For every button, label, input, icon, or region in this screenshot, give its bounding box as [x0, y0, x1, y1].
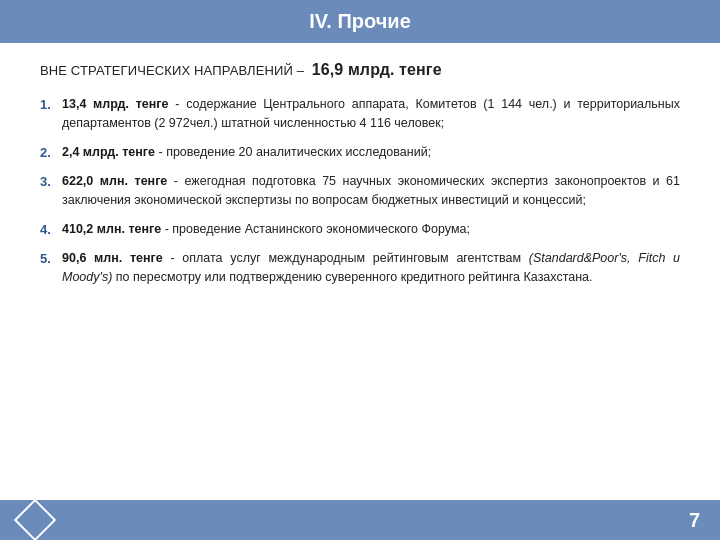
- item-bold-1: 13,4 млрд. тенге: [62, 97, 169, 111]
- item-number-3: 3.: [40, 172, 62, 210]
- list-item: 4. 410,2 млн. тенге - проведение Астанин…: [40, 220, 680, 240]
- diamond-icon: [14, 499, 56, 540]
- item-text-4: - проведение Астанинского экономического…: [165, 222, 470, 236]
- page-header: IV. Прочие: [0, 0, 720, 43]
- item-bold-5: 90,6 млн. тенге: [62, 251, 163, 265]
- item-text-5-cont: по пересмотру или подтверждению суверенн…: [116, 270, 593, 284]
- page-number: 7: [689, 509, 700, 532]
- item-bold-2: 2,4 млрд. тенге: [62, 145, 155, 159]
- item-text-5: - оплата услуг международным рейтинговым…: [170, 251, 528, 265]
- items-list: 1. 13,4 млрд. тенге - содержание Централ…: [40, 95, 680, 287]
- item-content-3: 622,0 млн. тенге - ежегодная подготовка …: [62, 172, 680, 210]
- item-content-2: 2,4 млрд. тенге - проведение 20 аналитич…: [62, 143, 680, 163]
- list-item: 1. 13,4 млрд. тенге - содержание Централ…: [40, 95, 680, 133]
- item-content-5: 90,6 млн. тенге - оплата услуг междунаро…: [62, 249, 680, 287]
- list-item: 2. 2,4 млрд. тенге - проведение 20 анали…: [40, 143, 680, 163]
- subtitle-prefix: ВНЕ СТРАТЕГИЧЕСКИХ НАПРАВЛЕНИЙ –: [40, 63, 304, 78]
- section-subtitle: ВНЕ СТРАТЕГИЧЕСКИХ НАПРАВЛЕНИЙ – 16,9 мл…: [40, 61, 680, 79]
- item-number-1: 1.: [40, 95, 62, 133]
- item-number-4: 4.: [40, 220, 62, 240]
- item-bold-4: 410,2 млн. тенге: [62, 222, 161, 236]
- page-footer: 7: [0, 500, 720, 540]
- item-content-1: 13,4 млрд. тенге - содержание Центрально…: [62, 95, 680, 133]
- page-title: IV. Прочие: [309, 10, 411, 32]
- item-text-2: - проведение 20 аналитических исследован…: [159, 145, 432, 159]
- list-item: 5. 90,6 млн. тенге - оплата услуг междун…: [40, 249, 680, 287]
- subtitle-bold: 16,9 млрд. тенге: [312, 61, 442, 78]
- page: IV. Прочие ВНЕ СТРАТЕГИЧЕСКИХ НАПРАВЛЕНИ…: [0, 0, 720, 540]
- item-number-5: 5.: [40, 249, 62, 287]
- item-content-4: 410,2 млн. тенге - проведение Астанинско…: [62, 220, 680, 240]
- item-number-2: 2.: [40, 143, 62, 163]
- item-bold-3: 622,0 млн. тенге: [62, 174, 167, 188]
- page-content: ВНЕ СТРАТЕГИЧЕСКИХ НАПРАВЛЕНИЙ – 16,9 мл…: [0, 43, 720, 500]
- list-item: 3. 622,0 млн. тенге - ежегодная подготов…: [40, 172, 680, 210]
